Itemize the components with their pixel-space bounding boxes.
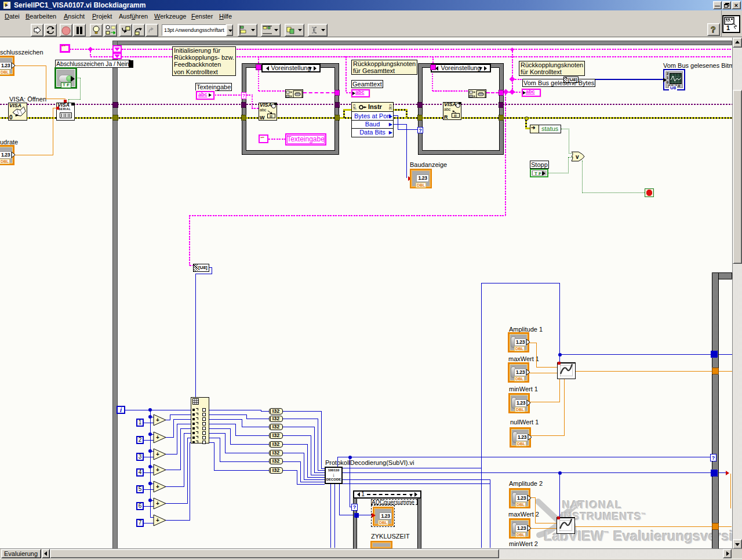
svg-text:+: + — [156, 434, 159, 441]
svg-text:v: v — [576, 154, 579, 160]
svg-text:+: + — [156, 417, 159, 423]
svg-text:+: + — [156, 517, 159, 523]
svg-text:+: + — [156, 467, 159, 473]
svg-text:+: + — [156, 500, 159, 507]
svg-text:+: + — [156, 451, 159, 457]
svg-text:+: + — [156, 483, 159, 490]
